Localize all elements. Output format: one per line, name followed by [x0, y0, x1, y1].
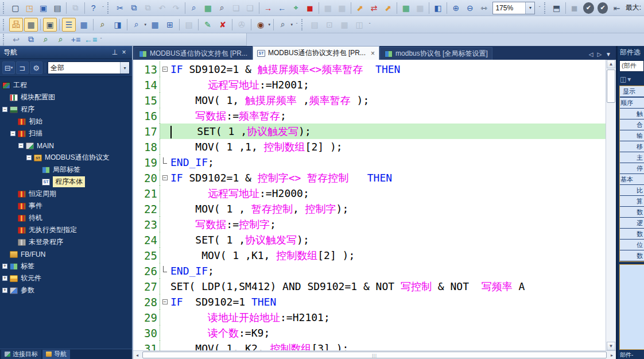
code-line[interactable]: 19END_IF;: [133, 155, 606, 170]
collapse-box-icon[interactable]: −: [10, 131, 15, 136]
code-text[interactable]: MOV( 1, 触摸屏频率 ,频率暂存 );: [169, 94, 369, 107]
tree-item-无执行类型指定[interactable]: 无执行类型指定: [0, 224, 132, 236]
code-text[interactable]: 读个数:=K9;: [169, 326, 270, 340]
page-setup-icon[interactable]: ⧉: [69, 1, 82, 15]
chevron-down-icon[interactable]: ▾: [627, 75, 631, 83]
zoom-select[interactable]: 175%▾: [492, 2, 535, 14]
code-line[interactable]: 15 MOV( 1, 触摸屏频率 ,频率暂存 );: [133, 92, 606, 108]
tab-list-icon[interactable]: ▼: [606, 51, 611, 57]
expand-tree-icon[interactable]: ⊐: [16, 61, 29, 74]
collapse-box-icon[interactable]: −: [26, 155, 32, 160]
stop-icon[interactable]: ◼: [568, 1, 581, 15]
save-project-icon[interactable]: ▣: [37, 1, 49, 15]
code-line[interactable]: 13−IF SD9102=1 & 触摸屏频率<>频率暂存 THEN: [133, 61, 606, 77]
code-line[interactable]: 23 写数据:=控制字;: [133, 217, 606, 232]
fold-collapse-icon[interactable]: −: [162, 67, 168, 72]
st-editor-view-icon[interactable]: ☰: [62, 18, 76, 32]
fold-column[interactable]: −: [160, 294, 169, 310]
code-line[interactable]: 18 MOV( 1 ,1, 控制数组[2] );: [133, 139, 606, 155]
code-text[interactable]: 远程写地址:=H2001;: [169, 78, 309, 92]
tree-item-工程[interactable]: 工程: [0, 79, 132, 91]
tree-item-程序[interactable]: −程序: [0, 103, 132, 115]
fold-collapse-icon[interactable]: −: [162, 175, 168, 180]
device-batch-icon[interactable]: ▦: [148, 18, 162, 32]
element-row-位[interactable]: 位: [620, 240, 644, 250]
element-row-比[interactable]: 比: [620, 185, 644, 196]
scroll-left-icon[interactable]: ◂: [133, 352, 141, 358]
element-row-输[interactable]: 输: [620, 130, 644, 141]
vertical-scrollbar[interactable]: ▲ ▼: [606, 60, 616, 350]
element-search-input[interactable]: (部件: [619, 60, 644, 72]
docking-1-icon[interactable]: ▤: [308, 18, 321, 32]
page-prev-icon[interactable]: ❏: [230, 1, 242, 15]
verify-plc-icon[interactable]: ⌖: [290, 1, 302, 15]
find-previous-icon[interactable]: ⌕: [39, 33, 53, 47]
fold-column[interactable]: [160, 248, 169, 263]
fold-column[interactable]: [160, 201, 169, 217]
fold-column[interactable]: [160, 325, 169, 341]
element-row-移[interactable]: 移: [620, 141, 644, 152]
fold-column[interactable]: −: [160, 170, 169, 186]
panel-tab-连接目标[interactable]: 连接目标: [1, 350, 41, 359]
tree-item-MAIN[interactable]: −MAIN: [0, 140, 132, 152]
tree-item-标签[interactable]: +标签: [0, 260, 132, 272]
device-hkey-find-icon[interactable]: ⌕: [216, 1, 228, 15]
delete-line-icon[interactable]: ←≡: [84, 33, 98, 47]
fold-column[interactable]: [160, 310, 169, 325]
code-line[interactable]: 24 SET( 1 ,协议触发写);: [133, 232, 606, 248]
tree-item-待机[interactable]: 待机: [0, 212, 132, 224]
new-file-icon[interactable]: ▢: [9, 1, 22, 15]
tree-item-模块配置图[interactable]: 模块配置图: [0, 91, 132, 103]
fold-column[interactable]: [160, 77, 169, 92]
tree-item-事件[interactable]: 事件: [0, 200, 132, 212]
close-icon[interactable]: ×: [119, 48, 129, 56]
chevron-down-icon[interactable]: ▾: [120, 62, 129, 74]
code-text[interactable]: MOV( 1, K2, 控制数组[3] );: [169, 342, 348, 351]
find-replace-icon[interactable]: ◨: [111, 18, 125, 32]
collapse-tree-icon[interactable]: ⊟▾: [2, 61, 15, 74]
code-line[interactable]: 27SET( LDP(1,SM412) AND SD9102=1 & NOT 写…: [133, 279, 606, 294]
gear-icon[interactable]: ⚙: [30, 61, 42, 74]
fold-column[interactable]: [160, 186, 169, 201]
code-line[interactable]: 22 MOV( 1 , 暂存控制, 控制字);: [133, 201, 606, 217]
expand-box-icon[interactable]: +: [2, 288, 7, 293]
toolbar-grip[interactable]: [301, 19, 305, 30]
code-area[interactable]: 13−IF SD9102=1 & 触摸屏频率<>频率暂存 THEN14 远程写地…: [133, 60, 606, 350]
code-text[interactable]: IF SD9102=1 & 控制字<> 暂存控制 THEN: [169, 171, 392, 185]
label-editor-view-icon[interactable]: ▦: [77, 18, 91, 32]
code-text[interactable]: SET( 1 ,协议触发写);: [169, 233, 309, 247]
module-configuration-icon[interactable]: ▣: [43, 18, 57, 32]
element-panel-bottom-tab[interactable]: 部件-: [618, 351, 644, 359]
fold-column[interactable]: [160, 139, 169, 155]
device-monitor-write-icon[interactable]: ▦: [201, 1, 214, 15]
code-line[interactable]: 25 MOV( 1 ,K1, 控制数组[2] );: [133, 248, 606, 263]
fold-column[interactable]: [160, 263, 169, 279]
code-line[interactable]: 30 读个数:=K9;: [133, 325, 606, 341]
check-2-icon[interactable]: ✔: [598, 2, 608, 14]
code-line[interactable]: 29 读地址开始地址:=H2101;: [133, 310, 606, 325]
code-text[interactable]: 写数据:=频率暂存;: [169, 109, 286, 123]
docking-2-icon[interactable]: ⊡: [323, 18, 336, 32]
element-row-基本[interactable]: 基本: [620, 174, 644, 185]
fold-column[interactable]: [160, 108, 169, 123]
device-batch-2-icon[interactable]: ⊞: [163, 18, 177, 32]
fold-column[interactable]: −: [160, 61, 169, 77]
watch-start-icon[interactable]: ⇄: [367, 1, 380, 15]
page-next-icon[interactable]: ❏: [243, 1, 256, 15]
toolbar-overflow-icon[interactable]: ˇ: [100, 7, 106, 9]
code-text[interactable]: SET( LDP(1,SM412) AND SD9102=1 & NOT 写控制…: [169, 280, 525, 294]
code-text[interactable]: END_IF;: [169, 156, 214, 168]
tree-filter-select[interactable]: 全部 ▾: [48, 61, 130, 74]
tree-item-扫描[interactable]: −扫描: [0, 128, 132, 140]
device-find-2-icon[interactable]: ⌕▾: [130, 18, 143, 32]
element-row-算[interactable]: 算: [620, 196, 644, 207]
tab-scroll-left-icon[interactable]: ◁: [589, 51, 593, 57]
options-icon[interactable]: ✇: [235, 18, 249, 32]
redo-icon[interactable]: ↷: [169, 1, 182, 15]
find-next-icon[interactable]: ⌕: [54, 33, 68, 47]
insert-line-icon[interactable]: +≡: [69, 33, 83, 47]
fold-column[interactable]: [160, 217, 169, 232]
find-icon[interactable]: ⌕: [96, 18, 110, 32]
code-line[interactable]: 16 写数据:=频率暂存;: [133, 108, 606, 123]
print-icon[interactable]: ▤: [51, 1, 64, 15]
